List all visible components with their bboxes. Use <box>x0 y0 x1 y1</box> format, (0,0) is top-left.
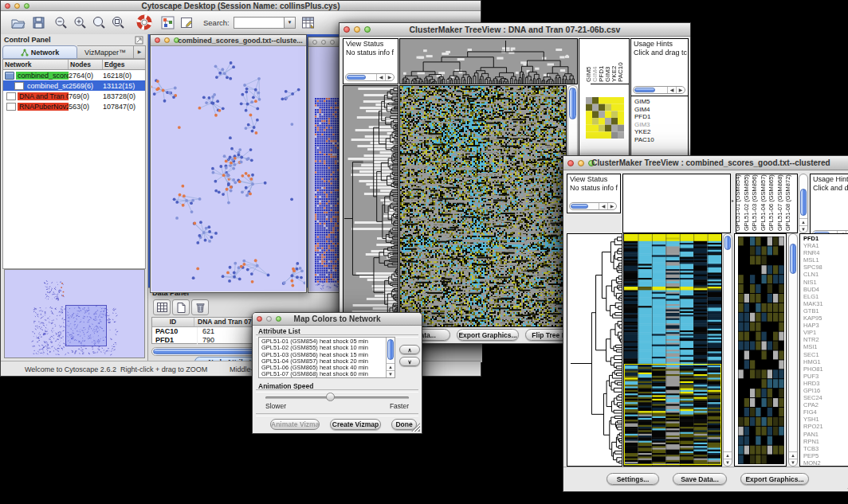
attribute-list[interactable]: GPL51-01 (GSM854) heat shock 05 minGPL51… <box>258 337 395 378</box>
gene-label[interactable]: GIM5 <box>634 98 654 106</box>
gene-label[interactable]: GPI16 <box>803 387 823 394</box>
gene-label-list[interactable]: GIM5GIM4PFD1GIM3YKE2PAC10 <box>634 98 654 143</box>
export-graphics-button[interactable]: Export Graphics... <box>457 329 519 341</box>
gene-label-list[interactable]: PFD1YRA1RNR4MSL1SPC98CLN1NIS1BUD4ELG1MAK… <box>803 235 823 467</box>
scrollbar-thumb[interactable] <box>800 189 807 216</box>
scrollbar-thumb[interactable] <box>571 204 588 209</box>
scrollbar-thumb[interactable] <box>569 88 576 119</box>
gene-label[interactable]: MAK31 <box>803 300 823 307</box>
gene-label[interactable]: GIM4 <box>634 106 654 114</box>
zoom-selected-icon[interactable] <box>92 15 107 30</box>
gene-label[interactable]: SEC24 <box>803 394 823 401</box>
gene-label[interactable]: MON2 <box>803 459 823 467</box>
network-row[interactable]: DNA and Tran 07769(0)183728(0) <box>3 91 145 101</box>
gene-label[interactable]: SPC98 <box>803 264 823 271</box>
view-status-scrollbar[interactable]: ◀▶ <box>345 73 395 81</box>
float-panel-icon[interactable] <box>135 36 143 45</box>
minimize-icon[interactable] <box>321 40 326 45</box>
annotation-icon[interactable] <box>179 15 194 30</box>
network-row[interactable]: RNAPuberNov2+563(0)107847(0) <box>3 101 145 111</box>
close-icon[interactable] <box>312 40 317 45</box>
gene-label[interactable]: GTB1 <box>803 307 823 315</box>
animate-vizmap-button[interactable]: Animate Vizmap <box>270 419 320 430</box>
birdseye-view[interactable] <box>4 269 145 358</box>
heatmap-view[interactable] <box>623 233 722 467</box>
gene-label[interactable]: PHO81 <box>803 365 823 373</box>
help-lifesaver-icon[interactable] <box>136 14 152 30</box>
open-folder-icon[interactable] <box>10 15 26 30</box>
view-status-scrollbar[interactable]: ◀▶ <box>569 202 617 210</box>
scrollbar-thumb[interactable] <box>724 236 731 250</box>
gene-label[interactable]: RPO21 <box>803 423 823 430</box>
gene-label[interactable]: RNR4 <box>803 249 823 256</box>
gene-label[interactable]: VIP1 <box>803 329 823 336</box>
move-up-button[interactable]: ∧ <box>399 345 420 354</box>
splitter-arrow-icon[interactable]: ▸ <box>732 197 734 203</box>
usage-hints-scrollbar[interactable]: ◀▶ <box>633 86 685 94</box>
heatmap-view[interactable] <box>399 85 567 327</box>
tab-vizmapper[interactable]: VizMapper™ <box>77 45 134 59</box>
slider-thumb[interactable] <box>326 393 335 401</box>
gene-label[interactable]: PUF3 <box>803 373 823 380</box>
network-icon[interactable] <box>160 15 175 30</box>
row-dendrogram[interactable] <box>567 233 622 467</box>
search-input[interactable] <box>234 17 285 29</box>
search-dropdown-button[interactable]: ▼ <box>284 17 296 29</box>
labels-vscrollbar[interactable]: ▲▼ <box>799 174 808 233</box>
tab-network[interactable]: Network <box>2 45 77 59</box>
gene-label[interactable]: MSL1 <box>803 256 823 264</box>
move-down-button[interactable]: ∨ <box>399 357 420 366</box>
scrollbar-thumb[interactable] <box>634 88 655 92</box>
gene-label[interactable]: RPN1 <box>803 438 823 445</box>
gene-label[interactable]: YKE2 <box>634 128 654 136</box>
scrollbar-thumb[interactable] <box>387 339 394 360</box>
zoom-window-icon[interactable] <box>330 40 335 45</box>
scrollbar-thumb[interactable] <box>347 75 366 80</box>
gene-label[interactable]: FIG4 <box>803 408 823 416</box>
create-vizmap-button[interactable]: Create Vizmap <box>330 419 381 430</box>
gene-label[interactable]: GIM3 <box>634 121 654 129</box>
gene-label[interactable]: HRD3 <box>803 380 823 387</box>
attribute-table-icon[interactable] <box>300 15 316 30</box>
save-data-button[interactable]: Save Data... <box>673 473 727 485</box>
gene-label[interactable]: HAP3 <box>803 322 823 329</box>
zoom-out-icon[interactable] <box>53 15 69 30</box>
gene-label[interactable]: BUD4 <box>803 286 823 293</box>
gene-label[interactable]: TCB3 <box>803 445 823 452</box>
network-row[interactable]: combined_sco2569(6)13112(15) <box>3 80 145 91</box>
network-table-header[interactable]: Network Nodes Edges <box>3 60 145 70</box>
gene-label[interactable]: CLN1 <box>803 271 823 278</box>
settings-button[interactable]: Settings... <box>607 473 659 485</box>
attribute-list-item[interactable]: GPL51-07 (GSM868) heat shock 60 min <box>261 371 384 377</box>
gene-label[interactable]: PFD1 <box>803 235 823 242</box>
zoom-in-icon[interactable] <box>73 15 88 30</box>
gene-label[interactable]: PEP5 <box>803 452 823 459</box>
select-attributes-button[interactable] <box>153 299 171 315</box>
gene-label[interactable]: NIS1 <box>803 279 823 286</box>
gene-label[interactable]: MSI1 <box>803 343 823 350</box>
row-dendrogram[interactable] <box>343 85 398 327</box>
column-tree-area[interactable] <box>622 174 731 233</box>
main-titlebar[interactable]: Cytoscape Desktop (Session Name: collins… <box>1 1 481 11</box>
gene-label[interactable]: PAC10 <box>634 136 654 144</box>
animation-speed-slider[interactable] <box>265 397 409 399</box>
tab-more-button[interactable]: ▶ <box>134 45 146 59</box>
gene-label[interactable]: YSH1 <box>803 416 823 423</box>
heatmap-vscrollbar[interactable]: ▲▼ <box>723 233 732 467</box>
gene-label[interactable]: SEC1 <box>803 351 823 358</box>
zoom-fit-icon[interactable] <box>111 15 126 30</box>
gene-label[interactable]: KAP95 <box>803 315 823 322</box>
scrollbar-thumb[interactable] <box>790 244 796 274</box>
export-graphics-button[interactable]: Export Graphics... <box>740 473 809 485</box>
new-attribute-button[interactable] <box>172 299 190 315</box>
gene-label[interactable]: CPA2 <box>803 401 823 408</box>
network-view-canvas[interactable] <box>151 46 305 291</box>
zoom-vscrollbar[interactable]: ▲▼ <box>788 233 798 467</box>
gene-label[interactable]: PFD1 <box>634 113 654 121</box>
network-row[interactable]: combined_scores2764(0)16218(0) <box>3 70 145 80</box>
zoom-heatmap-panel[interactable] <box>734 233 787 467</box>
save-icon[interactable] <box>31 15 46 30</box>
delete-attribute-button[interactable] <box>191 299 209 315</box>
column-header-id[interactable]: ID <box>152 318 194 326</box>
correlation-matrix[interactable] <box>586 97 624 139</box>
